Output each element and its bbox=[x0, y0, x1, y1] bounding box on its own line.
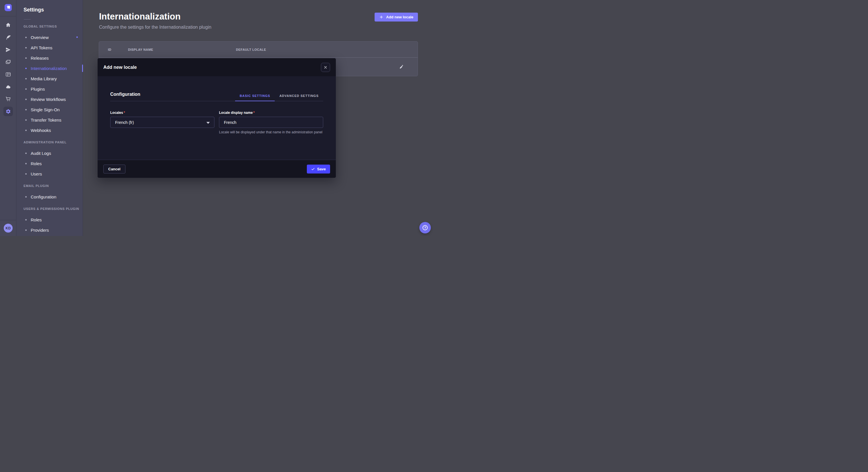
locales-select[interactable]: French (fr) bbox=[110, 117, 214, 128]
sidebar-item-label: Single Sign-On bbox=[31, 107, 60, 112]
sidebar-item-label: API Tokens bbox=[31, 45, 53, 50]
sidebar-title: Settings bbox=[17, 0, 83, 13]
bullet-icon bbox=[25, 173, 27, 175]
tab-advanced-settings[interactable]: ADVANCED SETTINGS bbox=[275, 94, 323, 101]
bullet-icon bbox=[25, 47, 27, 48]
sidebar-item-label: Roles bbox=[31, 217, 42, 222]
save-button-label: Save bbox=[317, 167, 326, 171]
sidebar-item-label: Audit Logs bbox=[31, 151, 51, 156]
locales-field: Locales* French (fr) bbox=[110, 111, 214, 134]
bullet-icon bbox=[25, 196, 27, 198]
display-name-label: Locale display name* bbox=[219, 111, 323, 115]
section-label: EMAIL PLUGIN bbox=[17, 183, 83, 188]
bullet-icon bbox=[25, 88, 27, 90]
sidebar-item-media-library[interactable]: Media Library bbox=[17, 73, 83, 84]
sidebar-item-transfer-tokens[interactable]: Transfer Tokens bbox=[17, 115, 83, 125]
rail-divider bbox=[0, 220, 16, 220]
table-header-row: ID DISPLAY NAME DEFAULT LOCALE bbox=[99, 42, 417, 58]
sidebar-item-up-providers[interactable]: Providers bbox=[17, 225, 83, 235]
sidebar-title-rule bbox=[24, 19, 31, 20]
section-label: USERS & PERMISSIONS PLUGIN bbox=[17, 206, 83, 211]
strapi-logo[interactable] bbox=[5, 4, 12, 11]
locales-select-value: French (fr) bbox=[115, 120, 134, 125]
sidebar-item-label: Transfer Tokens bbox=[31, 117, 61, 123]
sidebar-item-label: Media Library bbox=[31, 76, 57, 81]
cloud-icon[interactable] bbox=[0, 80, 17, 93]
required-asterisk: * bbox=[253, 111, 255, 115]
display-name-hint: Locale will be displayed under that name… bbox=[219, 130, 323, 134]
marketplace-cart-icon[interactable] bbox=[0, 93, 17, 105]
bullet-icon bbox=[25, 229, 27, 231]
sidebar-item-email-configuration[interactable]: Configuration bbox=[17, 192, 83, 202]
notification-dot-icon bbox=[76, 36, 78, 38]
sidebar-item-plugins[interactable]: Plugins bbox=[17, 84, 83, 94]
section-label: ADMINISTRATION PANEL bbox=[17, 140, 83, 144]
close-modal-button[interactable] bbox=[321, 63, 330, 72]
save-button[interactable]: Save bbox=[307, 165, 330, 173]
bullet-icon bbox=[25, 99, 27, 100]
sidebar-item-webhooks[interactable]: Webhooks bbox=[17, 125, 83, 135]
section-administration-panel: ADMINISTRATION PANEL Audit Logs Roles Us… bbox=[17, 140, 83, 179]
sidebar-item-admin-users[interactable]: Users bbox=[17, 169, 83, 179]
page-title: Internationalization bbox=[99, 11, 181, 22]
sidebar-item-api-tokens[interactable]: API Tokens bbox=[17, 42, 83, 53]
bullet-icon bbox=[25, 219, 27, 221]
bullet-icon bbox=[25, 119, 27, 121]
user-avatar[interactable]: KD bbox=[4, 224, 12, 233]
display-name-input-wrap bbox=[219, 117, 323, 128]
page-subtitle: Configure the settings for the Internati… bbox=[99, 25, 211, 30]
chevron-down-icon bbox=[206, 122, 210, 124]
media-library-icon[interactable] bbox=[0, 56, 17, 68]
rail-divider bbox=[0, 16, 16, 16]
column-header-display-name: DISPLAY NAME bbox=[128, 42, 153, 58]
layout-icon[interactable] bbox=[0, 68, 17, 80]
feather-icon[interactable] bbox=[0, 31, 17, 43]
sidebar-item-label: Plugins bbox=[31, 87, 45, 92]
sidebar-item-label: Review Workflows bbox=[31, 97, 66, 102]
column-header-id: ID bbox=[108, 42, 112, 58]
sidebar-item-review-workflows[interactable]: Review Workflows bbox=[17, 94, 83, 104]
configuration-header: Configuration BASIC SETTINGS ADVANCED SE… bbox=[110, 76, 323, 101]
bullet-icon bbox=[25, 153, 27, 154]
locale-form-row: Locales* French (fr) Locale display name… bbox=[110, 111, 323, 134]
section-global-settings: GLOBAL SETTINGS Overview API Tokens Rele… bbox=[17, 24, 83, 135]
bullet-icon bbox=[25, 68, 27, 69]
sidebar-item-audit-logs[interactable]: Audit Logs bbox=[17, 148, 83, 158]
bullet-icon bbox=[25, 130, 27, 131]
bullet-icon bbox=[25, 37, 27, 38]
help-button[interactable]: ? bbox=[420, 222, 431, 233]
display-name-field: Locale display name* Locale will be disp… bbox=[219, 111, 323, 134]
bullet-icon bbox=[25, 57, 27, 59]
bullet-icon bbox=[25, 163, 27, 164]
sidebar-item-internationalization[interactable]: Internationalization bbox=[17, 63, 83, 73]
sidebar-item-admin-roles[interactable]: Roles bbox=[17, 158, 83, 169]
add-new-locale-button[interactable]: Add new locale bbox=[375, 12, 418, 22]
required-asterisk: * bbox=[124, 111, 125, 115]
sidebar-item-label: Users bbox=[31, 171, 42, 176]
close-icon bbox=[324, 66, 327, 69]
sidebar-item-label: Releases bbox=[31, 56, 49, 61]
display-name-input[interactable] bbox=[224, 120, 318, 125]
sidebar-item-single-sign-on[interactable]: Single Sign-On bbox=[17, 104, 83, 115]
app-window: KD Settings GLOBAL SETTINGS Overview API… bbox=[0, 0, 434, 236]
modal-footer: Cancel Save bbox=[98, 160, 336, 178]
settings-gear-icon[interactable] bbox=[0, 105, 17, 117]
section-users-permissions-plugin: USERS & PERMISSIONS PLUGIN Roles Provide… bbox=[17, 206, 83, 235]
sidebar-item-overview[interactable]: Overview bbox=[17, 32, 83, 42]
edit-locale-button[interactable] bbox=[397, 63, 405, 71]
sidebar-item-up-roles[interactable]: Roles bbox=[17, 214, 83, 225]
cancel-button[interactable]: Cancel bbox=[103, 165, 125, 173]
sidebar-item-label: Roles bbox=[31, 161, 42, 166]
modal-body: Configuration BASIC SETTINGS ADVANCED SE… bbox=[98, 76, 336, 160]
sidebar-item-releases[interactable]: Releases bbox=[17, 53, 83, 63]
sidebar-item-label: Overview bbox=[31, 35, 49, 40]
home-icon[interactable] bbox=[0, 19, 17, 31]
sidebar-item-label: Internationalization bbox=[31, 66, 67, 71]
question-mark-icon: ? bbox=[423, 225, 428, 230]
check-icon bbox=[311, 167, 315, 171]
tab-basic-settings[interactable]: BASIC SETTINGS bbox=[235, 94, 275, 101]
paper-plane-icon[interactable] bbox=[0, 43, 17, 56]
configuration-title: Configuration bbox=[110, 92, 141, 97]
add-locale-modal: Add new locale Configuration BASIC SETTI… bbox=[98, 58, 336, 178]
settings-tabs: BASIC SETTINGS ADVANCED SETTINGS bbox=[235, 94, 323, 101]
